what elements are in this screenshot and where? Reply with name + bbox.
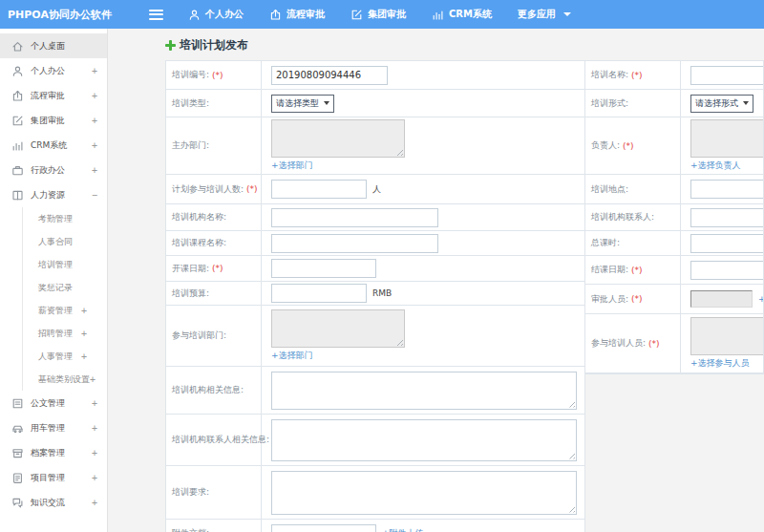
unit-label: RMB bbox=[372, 288, 392, 298]
field-label-approver: 审批人员:(*) bbox=[585, 285, 681, 313]
sidebar-item-archive-mgmt[interactable]: 档案管理+ bbox=[0, 440, 107, 465]
phpoa-app-window: PHPOA协同办公软件 个人办公流程审批集团审批CRM系统更多应用 个人桌面个人… bbox=[0, 0, 764, 532]
participating-depts-picker-link[interactable]: +选择部门 bbox=[271, 350, 313, 362]
field-control-org-contact bbox=[681, 204, 763, 230]
expand-icon[interactable]: + bbox=[90, 374, 96, 385]
sidebar-item-salary-mgmt[interactable]: 薪资管理+ bbox=[23, 299, 107, 322]
sidebar-item-label: 档案管理 bbox=[31, 447, 92, 459]
sidebar-item-vehicle-mgmt[interactable]: 用车管理+ bbox=[0, 415, 107, 440]
field-label-start-date: 开课日期:(*) bbox=[166, 256, 262, 281]
sidebar-item-personal-office[interactable]: 个人办公+ bbox=[0, 58, 107, 83]
host-dept-textarea bbox=[271, 119, 405, 158]
sidebar-item-project-mgmt[interactable]: 项目管理+ bbox=[0, 465, 107, 490]
field-control-course-name bbox=[262, 231, 584, 255]
sidebar-item-recruit-mgmt[interactable]: 招聘管理+ bbox=[23, 322, 107, 345]
sidebar-item-group-approval[interactable]: 集团审批+ bbox=[0, 108, 107, 133]
expand-icon[interactable]: + bbox=[92, 165, 97, 176]
training-name-input[interactable] bbox=[690, 66, 763, 85]
expand-icon[interactable]: + bbox=[92, 91, 97, 101]
selected-option: 请选择形式 bbox=[695, 97, 738, 110]
sidebar-item-label: 知识交流 bbox=[31, 497, 92, 509]
field-control-location bbox=[681, 175, 763, 203]
host-dept-picker-link[interactable]: +选择部门 bbox=[271, 160, 313, 172]
form-row-total-hours: 总课时: bbox=[585, 231, 763, 256]
org-contact-info-textarea[interactable] bbox=[271, 419, 577, 461]
collapse-icon[interactable]: − bbox=[92, 190, 97, 201]
form-row-training-type: 培训类型:请选择类型 bbox=[166, 90, 584, 117]
field-label-org-name: 培训机构名称: bbox=[166, 204, 262, 230]
form-row-end-date: 结课日期:(*) bbox=[585, 256, 763, 285]
chart-icon bbox=[432, 9, 444, 21]
leader-picker-link[interactable]: +选择负责人 bbox=[690, 160, 741, 172]
course-name-input[interactable] bbox=[271, 234, 438, 253]
sidebar-item-base-category-settings[interactable]: 基础类别设置+ bbox=[23, 368, 107, 391]
field-label-text: 培训形式: bbox=[591, 97, 628, 110]
form-row-approver: 审批人员:(*)+选择审批人员 bbox=[585, 285, 763, 314]
sidebar-item-human-resources[interactable]: 人力资源− bbox=[0, 182, 107, 207]
field-label-text: 主办部门: bbox=[172, 139, 209, 152]
field-label-org-contact: 培训机构联系人: bbox=[585, 204, 681, 230]
field-label-planned-participants: 计划参与培训人数:(*) bbox=[166, 175, 262, 203]
sidebar-item-label: 培训管理 bbox=[38, 259, 87, 271]
budget-input[interactable] bbox=[271, 284, 367, 303]
sidebar-item-knowledge-exchange[interactable]: 知识交流+ bbox=[0, 490, 107, 515]
expand-icon[interactable]: + bbox=[92, 423, 97, 434]
participants-picker-link[interactable]: +选择参与人员 bbox=[690, 357, 750, 370]
location-input[interactable] bbox=[690, 180, 763, 199]
approver-picker-link[interactable]: +选择审批人员 bbox=[758, 293, 763, 306]
sidebar-item-label: 项目管理 bbox=[31, 472, 92, 484]
expand-icon[interactable]: + bbox=[81, 306, 87, 316]
field-label-training-requirements: 培训要求: bbox=[166, 466, 262, 519]
sidebar-item-reward-punishment[interactable]: 奖惩记录 bbox=[23, 276, 107, 299]
expand-icon[interactable]: + bbox=[81, 351, 87, 362]
book-icon bbox=[11, 189, 24, 202]
org-contact-input[interactable] bbox=[690, 208, 763, 227]
training-form-select[interactable]: 请选择形式 bbox=[690, 95, 753, 113]
expand-icon[interactable]: + bbox=[92, 116, 97, 126]
attachment-input[interactable] bbox=[271, 524, 376, 532]
nav-item-more-apps[interactable]: 更多应用 bbox=[518, 8, 571, 21]
expand-icon[interactable]: + bbox=[92, 448, 97, 458]
sidebar-item-admin-office[interactable]: 行政办公+ bbox=[0, 158, 107, 182]
org-info-textarea[interactable] bbox=[271, 372, 577, 410]
training-type-select[interactable]: 请选择类型 bbox=[271, 95, 334, 113]
nav-item-workflow-approval[interactable]: 流程审批 bbox=[269, 8, 325, 21]
sidebar-item-personal-desktop[interactable]: 个人桌面 bbox=[0, 33, 107, 58]
sidebar-item-attendance-mgmt[interactable]: 考勤管理 bbox=[23, 207, 107, 230]
field-control-participants: +选择参与人员 bbox=[681, 314, 763, 372]
sidebar-item-crm-system[interactable]: CRM系统+ bbox=[0, 133, 107, 158]
sidebar-item-label: 薪资管理 bbox=[38, 305, 81, 317]
expand-icon[interactable]: + bbox=[81, 329, 87, 339]
home-icon bbox=[11, 40, 24, 53]
expand-icon[interactable]: + bbox=[92, 66, 97, 76]
hamburger-icon[interactable] bbox=[149, 10, 163, 20]
planned-participants-input[interactable] bbox=[271, 180, 367, 199]
field-control-host-dept: +选择部门 bbox=[262, 117, 584, 174]
sidebar-item-personnel-mgmt[interactable]: 人事管理+ bbox=[23, 345, 107, 368]
sidebar-item-label: 集团审批 bbox=[31, 115, 92, 127]
expand-icon[interactable]: + bbox=[92, 140, 97, 151]
sidebar-item-label: 用车管理 bbox=[31, 422, 92, 435]
form-row-training-no: 培训编号:(*) bbox=[166, 61, 584, 90]
training-no-input[interactable] bbox=[271, 66, 388, 85]
sidebar-item-document-mgmt[interactable]: 公文管理+ bbox=[0, 391, 107, 415]
sidebar-item-hr-contract[interactable]: 人事合同 bbox=[23, 230, 107, 253]
sidebar-item-training-mgmt[interactable]: 培训管理 bbox=[23, 253, 107, 276]
attachment-picker-link[interactable]: +附件上传 bbox=[382, 527, 424, 532]
nav-item-crm-system[interactable]: CRM系统 bbox=[432, 8, 492, 21]
total-hours-input[interactable] bbox=[690, 234, 763, 253]
nav-item-group-approval[interactable]: 集团审批 bbox=[350, 8, 406, 21]
person-icon bbox=[188, 9, 201, 21]
expand-icon[interactable]: + bbox=[92, 473, 97, 483]
sidebar-item-workflow-approval[interactable]: 流程审批+ bbox=[0, 83, 107, 108]
nav-item-personal-office[interactable]: 个人办公 bbox=[188, 8, 244, 21]
expand-icon[interactable]: + bbox=[92, 498, 97, 508]
training-plan-form: 培训编号:(*)培训类型:请选择类型主办部门:+选择部门计划参与培训人数:(*)… bbox=[165, 60, 764, 532]
training-requirements-textarea[interactable] bbox=[271, 471, 577, 515]
expand-icon[interactable]: + bbox=[92, 398, 97, 409]
form-row-budget: 培训预算:RMB bbox=[166, 282, 584, 306]
end-date-input[interactable] bbox=[690, 261, 763, 280]
org-name-input[interactable] bbox=[271, 208, 438, 227]
start-date-input[interactable] bbox=[271, 259, 376, 278]
field-control-start-date bbox=[262, 256, 584, 281]
